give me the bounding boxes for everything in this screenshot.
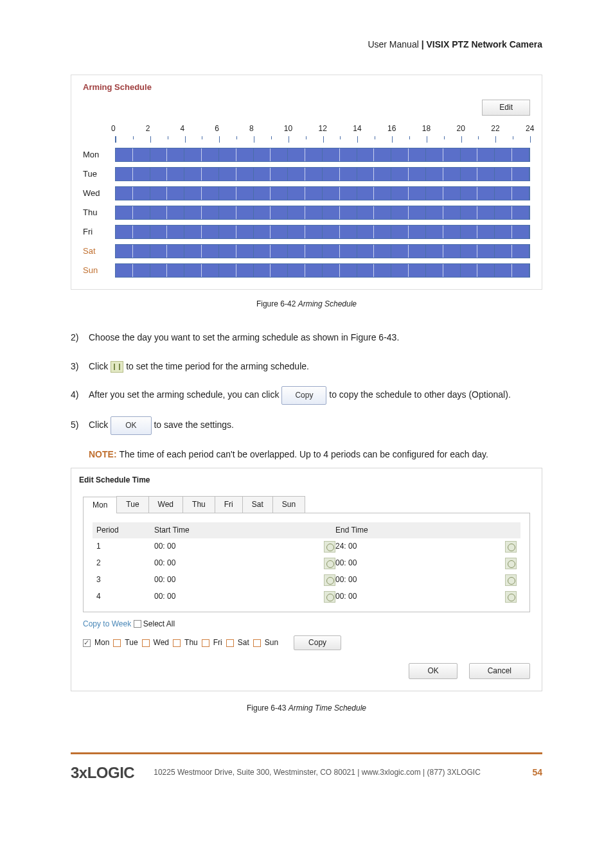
est-row: 200: 0000: 00 (93, 555, 520, 572)
tab-thu[interactable]: Thu (182, 496, 215, 513)
clock-icon[interactable] (324, 574, 335, 586)
day-row: Mon (83, 148, 530, 162)
est-tabs: Mon Tue Wed Thu Fri Sat Sun (83, 496, 530, 513)
est-ok-button[interactable]: OK (409, 663, 457, 679)
day-label: Sun (83, 265, 115, 276)
day-row: Wed (83, 186, 530, 200)
est-footer: OK Cancel (83, 663, 530, 679)
cb-thu[interactable] (173, 639, 181, 647)
edit-button[interactable]: Edit (482, 100, 530, 116)
day-label: Sat (83, 245, 115, 257)
tab-sun[interactable]: Sun (272, 496, 305, 513)
start-time-value[interactable]: 00: 00 (154, 574, 320, 585)
tab-tue[interactable]: Tue (116, 496, 148, 513)
day-bar[interactable] (115, 206, 530, 220)
est-row: 300: 0000: 00 (93, 572, 520, 589)
figure-6-42-caption: Figure 6-42 Arming Schedule (71, 299, 542, 310)
day-row: Sun (83, 263, 530, 278)
clock-icon[interactable] (324, 541, 335, 553)
footer-logo: 3xLOGIC (71, 762, 134, 784)
cb-sun[interactable] (253, 639, 261, 647)
tab-fri[interactable]: Fri (215, 496, 243, 513)
cb-mon[interactable] (83, 639, 91, 647)
est-title: Edit Schedule Time (71, 468, 542, 486)
header-title: | VISIX PTZ Network Camera (422, 39, 542, 49)
start-time-value[interactable]: 00: 00 (154, 541, 320, 552)
step-5: 5) Click OK to save the settings. (71, 416, 542, 435)
day-bar[interactable] (115, 167, 530, 181)
arming-schedule-panel: Arming Schedule Edit 0 2 4 6 8 10 12 14 … (71, 75, 542, 290)
day-bar[interactable] (115, 225, 530, 239)
day-label: Fri (83, 226, 115, 238)
copy-button-inline[interactable]: Copy (281, 386, 326, 405)
est-row: 100: 0024: 00 (93, 538, 520, 555)
copy-to-week-row: Copy to Week Select All (83, 619, 530, 630)
end-time-value[interactable]: 00: 00 (335, 574, 501, 585)
day-row: Thu (83, 206, 530, 220)
note-line: NOTE: The time of each period can't be o… (89, 447, 542, 463)
clock-icon[interactable] (505, 574, 517, 586)
day-checkbox-row: Mon Tue Wed Thu Fri Sat Sun Copy (83, 635, 530, 650)
step-4: 4) After you set the arming schedule, yo… (71, 386, 542, 405)
day-bar[interactable] (115, 244, 530, 258)
footer-text: 10225 Westmoor Drive, Suite 300, Westmin… (154, 767, 519, 778)
cb-tue[interactable] (113, 639, 121, 647)
footer-page-number: 54 (532, 766, 542, 779)
time-period-icon[interactable] (111, 361, 123, 373)
figure-6-43-caption: Figure 6-43 Arming Time Schedule (71, 703, 542, 714)
day-bar[interactable] (115, 148, 530, 162)
cb-wed[interactable] (142, 639, 150, 647)
tick-row (115, 136, 530, 143)
tab-wed[interactable]: Wed (148, 496, 183, 513)
edit-schedule-time-panel: Edit Schedule Time Mon Tue Wed Thu Fri S… (71, 468, 542, 691)
start-time-value[interactable]: 00: 00 (154, 558, 320, 569)
tab-sat[interactable]: Sat (242, 496, 273, 513)
est-copy-button[interactable]: Copy (294, 635, 341, 650)
select-all-checkbox[interactable] (134, 620, 141, 628)
end-time-value[interactable]: 00: 00 (335, 558, 501, 569)
header-prefix: User Manual (368, 39, 421, 49)
period-cell: 2 (96, 558, 154, 569)
clock-icon[interactable] (505, 591, 517, 603)
page-header: User Manual | VISIX PTZ Network Camera (71, 39, 542, 51)
end-time-value[interactable]: 24: 00 (335, 541, 501, 552)
period-cell: 3 (96, 574, 154, 585)
day-row: Sat (83, 244, 530, 258)
step-3: 3) Click to set the time period for the … (71, 358, 542, 375)
day-row: Fri (83, 225, 530, 239)
ok-button-inline[interactable]: OK (111, 416, 151, 435)
est-table: Period Start Time End Time 100: 0024: 00… (83, 513, 530, 612)
step-2: 2) Choose the day you want to set the ar… (71, 329, 542, 346)
day-label: Tue (83, 168, 115, 180)
est-row: 400: 0000: 00 (93, 589, 520, 605)
clock-icon[interactable] (505, 558, 517, 569)
est-cancel-button[interactable]: Cancel (469, 663, 530, 679)
cb-fri[interactable] (202, 639, 209, 647)
day-bar[interactable] (115, 186, 530, 200)
day-label: Wed (83, 188, 115, 199)
period-cell: 1 (96, 541, 154, 552)
clock-icon[interactable] (324, 591, 335, 603)
cb-sat[interactable] (226, 639, 234, 647)
tab-mon[interactable]: Mon (83, 497, 117, 513)
clock-icon[interactable] (505, 541, 517, 553)
period-cell: 4 (96, 591, 154, 602)
day-label: Mon (83, 149, 115, 161)
clock-icon[interactable] (324, 558, 335, 569)
start-time-value[interactable]: 00: 00 (154, 591, 320, 602)
est-head-row: Period Start Time End Time (93, 522, 520, 538)
day-label: Thu (83, 207, 115, 218)
arming-schedule-title: Arming Schedule (83, 82, 530, 93)
day-row: Tue (83, 167, 530, 181)
day-bar[interactable] (115, 263, 530, 278)
page-footer: 3xLOGIC 10225 Westmoor Drive, Suite 300,… (71, 752, 542, 784)
steps-list: 2) Choose the day you want to set the ar… (71, 329, 542, 435)
end-time-value[interactable]: 00: 00 (335, 591, 501, 602)
hour-labels: 0 2 4 6 8 10 12 14 16 18 20 22 24 (115, 123, 530, 134)
schedule-grid: 0 2 4 6 8 10 12 14 16 18 20 22 24 MonTue… (83, 123, 530, 278)
